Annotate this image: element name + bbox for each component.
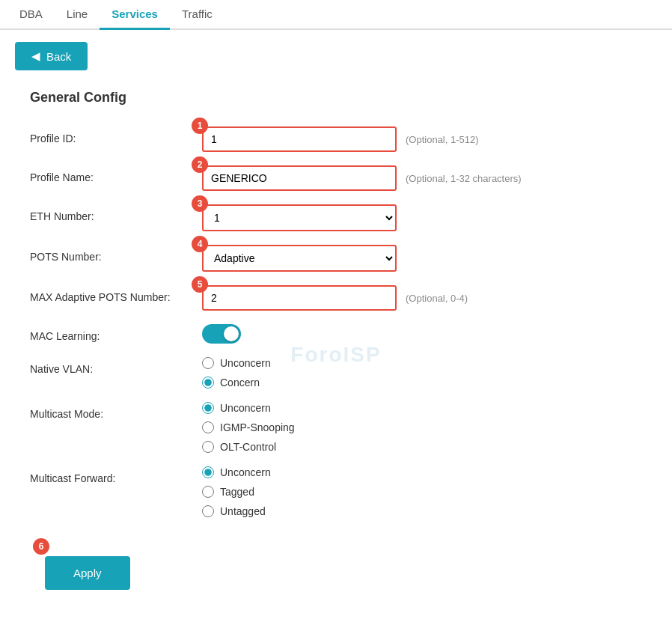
profile-id-wrapper: 1 bbox=[202, 127, 397, 152]
profile-name-wrapper: 2 bbox=[202, 165, 397, 191]
multicast-forward-unconcern-label: Unconcern bbox=[220, 466, 271, 478]
native-vlan-unconcern-option[interactable]: Unconcern bbox=[202, 357, 271, 369]
multicast-mode-label: Multicast Mode: bbox=[30, 402, 202, 420]
badge-2: 2 bbox=[192, 156, 208, 173]
multicast-forward-control: Unconcern Tagged Untagged bbox=[202, 466, 642, 517]
toggle-knob bbox=[224, 326, 239, 341]
eth-number-wrapper: 3 1 2 3 4 bbox=[202, 204, 397, 231]
native-vlan-row: Native VLAN: Unconcern Concern bbox=[30, 357, 642, 388]
native-vlan-unconcern-label: Unconcern bbox=[220, 357, 271, 369]
apply-area: 6 Apply bbox=[30, 540, 642, 597]
multicast-mode-control: Unconcern IGMP-Snooping OLT-Control bbox=[202, 402, 642, 453]
mac-learning-label: MAC Learning: bbox=[30, 324, 202, 342]
max-adaptive-pots-hint: (Optional, 0-4) bbox=[406, 293, 468, 304]
badge-5: 5 bbox=[192, 276, 208, 293]
native-vlan-concern-option[interactable]: Concern bbox=[202, 377, 271, 388]
apply-button[interactable]: Apply bbox=[45, 556, 130, 590]
native-vlan-radio-group: Unconcern Concern bbox=[202, 357, 271, 388]
multicast-forward-label: Multicast Forward: bbox=[30, 466, 202, 484]
multicast-mode-unconcern-radio[interactable] bbox=[202, 402, 214, 414]
multicast-mode-igmp-option[interactable]: IGMP-Snooping bbox=[202, 421, 295, 433]
multicast-mode-igmp-label: IGMP-Snooping bbox=[220, 421, 295, 433]
mac-learning-control bbox=[202, 324, 642, 344]
max-adaptive-pots-control: 5 (Optional, 0-4) bbox=[202, 285, 642, 311]
multicast-forward-untagged-label: Untagged bbox=[220, 505, 266, 517]
mac-learning-row: MAC Learning: bbox=[30, 324, 642, 344]
multicast-forward-tagged-label: Tagged bbox=[220, 486, 254, 498]
multicast-forward-tagged-option[interactable]: Tagged bbox=[202, 486, 271, 498]
tab-services[interactable]: Services bbox=[100, 0, 170, 30]
eth-number-row: ETH Number: 3 1 2 3 4 bbox=[30, 204, 642, 231]
profile-id-control: 1 (Optional, 1-512) bbox=[202, 127, 642, 152]
profile-name-label: Profile Name: bbox=[30, 165, 202, 183]
pots-number-wrapper: 4 Adaptive 0 1 2 3 4 bbox=[202, 245, 397, 272]
native-vlan-concern-label: Concern bbox=[220, 377, 260, 388]
eth-number-label: ETH Number: bbox=[30, 204, 202, 222]
mac-learning-toggle[interactable] bbox=[202, 324, 241, 344]
profile-id-label: Profile ID: bbox=[30, 127, 202, 144]
pots-number-select[interactable]: Adaptive 0 1 2 3 4 bbox=[202, 245, 397, 272]
tab-line[interactable]: Line bbox=[55, 0, 100, 28]
multicast-forward-untagged-radio[interactable] bbox=[202, 505, 214, 517]
multicast-forward-untagged-option[interactable]: Untagged bbox=[202, 505, 271, 517]
tab-dba[interactable]: DBA bbox=[7, 0, 55, 28]
max-adaptive-pots-row: MAX Adaptive POTS Number: 5 (Optional, 0… bbox=[30, 285, 642, 311]
badge-1: 1 bbox=[192, 118, 208, 134]
profile-name-hint: (Optional, 1-32 characters) bbox=[406, 173, 522, 184]
native-vlan-control: Unconcern Concern bbox=[202, 357, 642, 388]
back-button[interactable]: ◀ Back bbox=[15, 42, 88, 70]
tabs-bar: DBA Line Services Traffic bbox=[0, 0, 672, 30]
eth-number-select[interactable]: 1 2 3 4 bbox=[202, 204, 397, 231]
back-button-area: ◀ Back bbox=[0, 30, 672, 82]
multicast-forward-radio-group: Unconcern Tagged Untagged bbox=[202, 466, 271, 517]
max-adaptive-pots-wrapper: 5 bbox=[202, 285, 397, 311]
native-vlan-concern-radio[interactable] bbox=[202, 377, 214, 388]
tab-traffic[interactable]: Traffic bbox=[170, 0, 224, 28]
multicast-mode-igmp-radio[interactable] bbox=[202, 421, 214, 433]
back-icon: ◀ bbox=[31, 49, 40, 63]
profile-name-control: 2 (Optional, 1-32 characters) bbox=[202, 165, 642, 191]
multicast-forward-unconcern-radio[interactable] bbox=[202, 466, 214, 478]
multicast-forward-row: Multicast Forward: Unconcern Tagged Unta… bbox=[30, 466, 642, 517]
profile-id-row: Profile ID: 1 (Optional, 1-512) bbox=[30, 127, 642, 152]
main-content: ForoISP General Config Profile ID: 1 (Op… bbox=[0, 82, 672, 627]
badge-4: 4 bbox=[192, 236, 208, 252]
native-vlan-unconcern-radio[interactable] bbox=[202, 357, 214, 369]
max-adaptive-pots-label: MAX Adaptive POTS Number: bbox=[30, 285, 202, 303]
pots-number-label: POTS Number: bbox=[30, 245, 202, 263]
badge-6: 6 bbox=[33, 538, 49, 555]
native-vlan-label: Native VLAN: bbox=[30, 357, 202, 375]
eth-number-control: 3 1 2 3 4 bbox=[202, 204, 642, 231]
multicast-mode-row: Multicast Mode: Unconcern IGMP-Snooping … bbox=[30, 402, 642, 453]
profile-id-input[interactable] bbox=[202, 127, 397, 152]
multicast-mode-unconcern-label: Unconcern bbox=[220, 402, 271, 414]
profile-name-row: Profile Name: 2 (Optional, 1-32 characte… bbox=[30, 165, 642, 191]
multicast-mode-olt-radio[interactable] bbox=[202, 441, 214, 453]
back-label: Back bbox=[46, 50, 71, 63]
multicast-mode-olt-label: OLT-Control bbox=[220, 441, 276, 453]
multicast-mode-radio-group: Unconcern IGMP-Snooping OLT-Control bbox=[202, 402, 295, 453]
multicast-forward-unconcern-option[interactable]: Unconcern bbox=[202, 466, 271, 478]
profile-id-hint: (Optional, 1-512) bbox=[406, 134, 479, 145]
profile-name-input[interactable] bbox=[202, 165, 397, 191]
multicast-forward-tagged-radio[interactable] bbox=[202, 486, 214, 498]
pots-number-control: 4 Adaptive 0 1 2 3 4 bbox=[202, 245, 642, 272]
pots-number-row: POTS Number: 4 Adaptive 0 1 2 3 4 bbox=[30, 245, 642, 272]
multicast-mode-olt-option[interactable]: OLT-Control bbox=[202, 441, 295, 453]
max-adaptive-pots-input[interactable] bbox=[202, 285, 397, 311]
section-title: General Config bbox=[30, 90, 642, 106]
multicast-mode-unconcern-option[interactable]: Unconcern bbox=[202, 402, 295, 414]
badge-3: 3 bbox=[192, 195, 208, 212]
